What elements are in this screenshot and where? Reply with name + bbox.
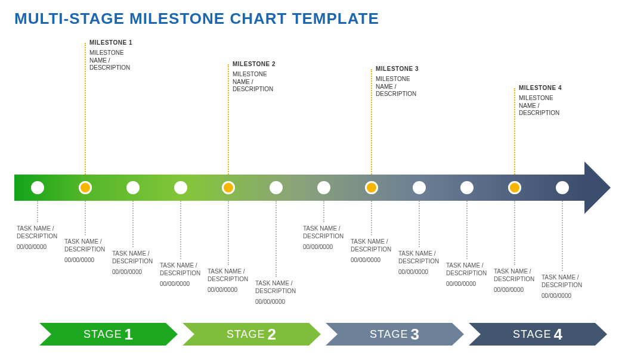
- stage-number: 2: [268, 325, 277, 344]
- task-connector: [466, 201, 468, 259]
- milestone-desc: MILESTONENAME /DESCRIPTION: [89, 49, 161, 72]
- milestone-connector: [85, 43, 86, 175]
- task-label: TASK NAME /DESCRIPTION 00/00/0000: [542, 274, 601, 299]
- milestone-heading: MILESTONE 2: [233, 61, 304, 67]
- stage-word: STAGE: [83, 328, 122, 341]
- milestone-label: MILESTONE 4 MILESTONENAME /DESCRIPTION: [519, 85, 590, 117]
- milestone-label: MILESTONE 3 MILESTONENAME /DESCRIPTION: [376, 66, 447, 98]
- page-title: MULTI-STAGE MILESTONE CHART TEMPLATE: [14, 10, 379, 28]
- milestone-heading: MILESTONE 1: [89, 39, 161, 46]
- timeline-bar: [14, 175, 584, 201]
- stage-number: 1: [125, 325, 134, 344]
- task-date: 00/00/0000: [542, 293, 601, 299]
- milestone-connector: [514, 88, 515, 175]
- task-connector: [514, 201, 515, 265]
- stage-number: 4: [554, 325, 563, 344]
- stage-chevron-2: STAGE2: [182, 323, 321, 346]
- task-label: TASK NAME /DESCRIPTION 00/00/0000: [255, 280, 315, 305]
- task-connector: [85, 201, 86, 235]
- task-connector: [180, 201, 181, 259]
- milestone-heading: MILESTONE 3: [376, 66, 447, 72]
- task-connector: [562, 201, 563, 271]
- task-connector: [276, 201, 277, 277]
- milestone-desc: MILESTONENAME /DESCRIPTION: [376, 76, 447, 98]
- milestone-connector: [371, 69, 372, 175]
- task-connector: [37, 201, 38, 222]
- stage-number: 3: [411, 325, 420, 344]
- timeline-dot: [556, 181, 569, 194]
- milestone-dot: [365, 181, 378, 194]
- timeline-dot: [31, 181, 44, 194]
- milestone-label: MILESTONE 1 MILESTONENAME /DESCRIPTION: [89, 39, 161, 72]
- stage-chevron-4: STAGE4: [469, 323, 607, 346]
- timeline-dot: [413, 181, 426, 194]
- milestone-heading: MILESTONE 4: [519, 85, 590, 91]
- milestone-dot: [222, 181, 235, 194]
- stage-chevron-1: STAGE1: [39, 323, 178, 346]
- timeline-arrow: [14, 175, 611, 201]
- stage-word: STAGE: [227, 328, 265, 341]
- task-connector: [323, 201, 324, 222]
- timeline-dot: [460, 181, 474, 194]
- stage-word: STAGE: [513, 328, 552, 341]
- task-connector: [132, 201, 134, 247]
- task-date: 00/00/0000: [255, 298, 315, 305]
- timeline-dot: [317, 181, 330, 194]
- milestone-dot: [79, 181, 92, 194]
- milestone-dot: [508, 181, 521, 194]
- timeline-dot: [174, 181, 187, 194]
- milestone-label: MILESTONE 2 MILESTONENAME /DESCRIPTION: [233, 61, 304, 94]
- arrowhead-icon: [584, 161, 611, 214]
- stage-chevron-3: STAGE3: [326, 323, 464, 346]
- timeline-dot: [126, 181, 140, 194]
- milestone-desc: MILESTONENAME /DESCRIPTION: [519, 95, 590, 117]
- milestone-connector: [228, 64, 229, 175]
- task-name: TASK NAME /DESCRIPTION: [542, 274, 601, 289]
- task-connector: [228, 201, 229, 265]
- task-name: TASK NAME /DESCRIPTION: [255, 280, 315, 295]
- milestone-desc: MILESTONENAME /DESCRIPTION: [233, 71, 304, 94]
- task-connector: [419, 201, 420, 247]
- task-connector: [371, 201, 372, 235]
- timeline-dot: [270, 181, 283, 194]
- stage-word: STAGE: [370, 328, 409, 341]
